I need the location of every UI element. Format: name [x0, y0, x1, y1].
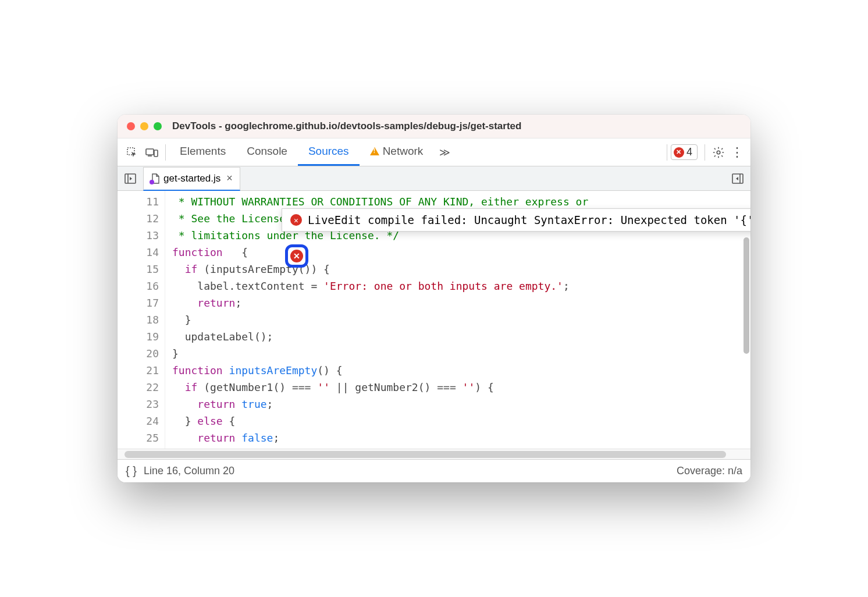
code-line[interactable]: }	[172, 345, 750, 362]
code-line[interactable]: label.textContent = 'Error: one or both …	[172, 278, 750, 294]
error-count: 4	[686, 146, 692, 158]
warning-icon	[370, 147, 379, 155]
line-number[interactable]: 22	[124, 379, 159, 396]
close-window-button[interactable]	[127, 122, 135, 130]
line-number[interactable]: 12	[124, 210, 159, 227]
code-line[interactable]: updateLabel();	[172, 328, 750, 345]
code-line[interactable]: if (inputsAreEmpty()) {	[172, 261, 750, 278]
error-icon	[674, 147, 684, 158]
separator	[667, 144, 667, 161]
more-tabs-button[interactable]: ≫	[433, 146, 456, 159]
traffic-lights	[127, 122, 162, 130]
tab-label: Sources	[308, 145, 349, 158]
file-tab[interactable]: get-started.js ×	[143, 167, 240, 191]
code-line[interactable]: return true;	[172, 396, 750, 413]
line-number[interactable]: 14	[124, 244, 159, 261]
show-debugger-icon[interactable]	[728, 169, 747, 188]
zoom-window-button[interactable]	[154, 122, 162, 130]
more-options-icon[interactable]: ⋮	[728, 145, 746, 160]
separator	[705, 144, 705, 161]
tab-elements[interactable]: Elements	[169, 138, 236, 166]
close-tab-icon[interactable]: ×	[226, 172, 233, 184]
code-line[interactable]: if (getNumber1() === '' || getNumber2() …	[172, 379, 750, 396]
line-number[interactable]: 11	[124, 193, 159, 210]
coverage-status: Coverage: n/a	[677, 465, 742, 477]
devtools-window: DevTools - googlechrome.github.io/devtoo…	[118, 115, 750, 482]
tab-network[interactable]: Network	[360, 138, 434, 166]
code-line[interactable]: return false;	[172, 429, 750, 446]
svg-rect-3	[154, 150, 158, 157]
line-number[interactable]: 24	[124, 413, 159, 429]
line-number[interactable]: 21	[124, 362, 159, 379]
horizontal-scrollbar-track	[118, 449, 750, 459]
pretty-print-icon[interactable]: { }	[126, 464, 137, 478]
code-line[interactable]: function {	[172, 244, 750, 261]
cursor-position: Line 16, Column 20	[144, 465, 234, 477]
show-navigator-icon[interactable]	[121, 169, 140, 188]
line-number[interactable]: 19	[124, 328, 159, 345]
line-number[interactable]: 18	[124, 311, 159, 328]
modified-indicator-icon	[150, 180, 154, 184]
tab-label: Elements	[180, 145, 226, 158]
status-bar: { } Line 16, Column 20 Coverage: n/a	[118, 459, 750, 482]
minimize-window-button[interactable]	[140, 122, 148, 130]
code-line[interactable]: function inputsAreEmpty() {	[172, 362, 750, 379]
error-tooltip: LiveEdit compile failed: Uncaught Syntax…	[282, 208, 750, 232]
settings-icon[interactable]	[709, 143, 728, 162]
code-editor[interactable]: LiveEdit compile failed: Uncaught Syntax…	[165, 191, 750, 449]
panel-tabs: ElementsConsoleSourcesNetwork	[169, 138, 433, 166]
tab-sources[interactable]: Sources	[298, 138, 360, 166]
line-number[interactable]: 17	[124, 294, 159, 311]
error-icon	[290, 250, 303, 262]
code-line[interactable]: }	[172, 311, 750, 328]
device-toolbar-icon[interactable]	[142, 143, 162, 162]
separator	[165, 144, 166, 161]
tab-label: Console	[247, 145, 287, 158]
line-number[interactable]: 25	[124, 429, 159, 446]
line-number[interactable]: 13	[124, 227, 159, 244]
error-icon	[290, 214, 302, 226]
tab-console[interactable]: Console	[236, 138, 298, 166]
sources-subbar: get-started.js ×	[118, 166, 750, 191]
file-icon	[151, 173, 160, 184]
tab-label: Network	[383, 145, 424, 158]
window-title: DevTools - googlechrome.github.io/devtoo…	[172, 120, 521, 132]
main-toolbar: ElementsConsoleSourcesNetwork ≫ 4 ⋮	[118, 138, 750, 166]
line-number[interactable]: 23	[124, 396, 159, 413]
editor-content: 111213141516171819202122232425 LiveEdit …	[118, 191, 750, 449]
svg-rect-1	[146, 149, 154, 155]
code-line[interactable]: * WITHOUT WARRANTIES OR CONDITIONS OF AN…	[172, 193, 750, 210]
error-count-badge[interactable]: 4	[671, 144, 698, 160]
code-line[interactable]: } else {	[172, 413, 750, 429]
tooltip-message: LiveEdit compile failed: Uncaught Syntax…	[308, 214, 750, 226]
inspect-element-icon[interactable]	[122, 143, 142, 162]
svg-point-4	[717, 151, 720, 154]
line-number[interactable]: 16	[124, 278, 159, 294]
line-number[interactable]: 20	[124, 345, 159, 362]
horizontal-scrollbar[interactable]	[124, 451, 726, 458]
code-line[interactable]: return;	[172, 294, 750, 311]
line-gutter[interactable]: 111213141516171819202122232425	[118, 191, 165, 449]
file-name: get-started.js	[163, 173, 220, 184]
titlebar: DevTools - googlechrome.github.io/devtoo…	[118, 115, 750, 138]
gutter-error-marker[interactable]	[285, 244, 308, 268]
vertical-scrollbar[interactable]	[744, 237, 749, 354]
line-number[interactable]: 15	[124, 261, 159, 278]
